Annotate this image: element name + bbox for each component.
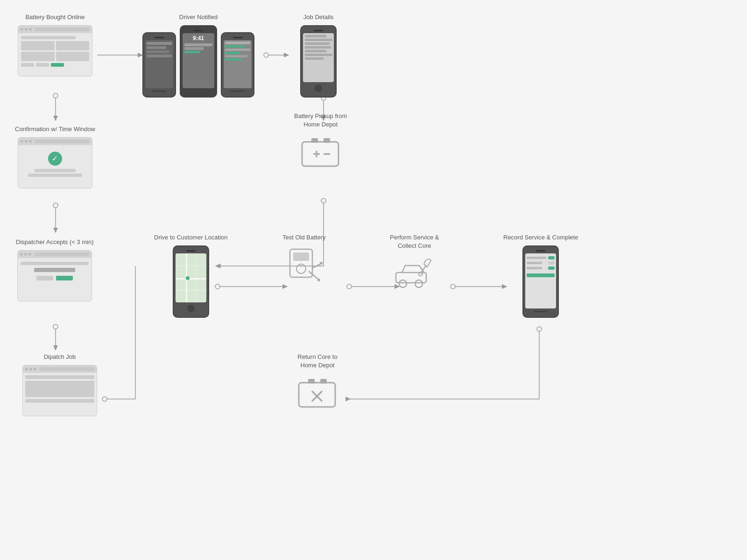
- phones-group: 9:41: [142, 25, 254, 98]
- svg-point-2: [53, 93, 58, 98]
- svg-rect-28: [302, 142, 338, 166]
- phone-drive: [173, 245, 209, 318]
- svg-rect-30: [324, 138, 330, 143]
- svg-point-41: [320, 262, 323, 265]
- browser-dot: [20, 253, 23, 256]
- node-record-label: Record Service & Complete: [503, 233, 578, 242]
- node-test-label: Test Old Battery: [282, 233, 325, 242]
- browser-row: [35, 169, 76, 172]
- browser-cell: [56, 52, 90, 61]
- svg-point-6: [53, 324, 58, 329]
- browser-dot: [29, 140, 32, 143]
- browser-grid: [21, 41, 89, 61]
- phone-driver-3: [221, 32, 254, 98]
- phone-speaker: [194, 30, 203, 31]
- svg-point-22: [537, 327, 542, 331]
- node-driver-label: Driver Notified: [179, 13, 218, 21]
- browser-cell: [21, 52, 55, 61]
- dispatcher-buttons: [21, 276, 89, 280]
- browser-dot: [29, 28, 32, 31]
- phone-screen: [303, 33, 334, 82]
- svg-line-38: [309, 271, 318, 279]
- browser-dispatcher: [17, 250, 92, 301]
- node-dispatch-job: Dipatch Job: [22, 353, 97, 416]
- browser-dot: [21, 28, 23, 31]
- arrows-svg: [0, 0, 747, 560]
- phone-driver-2: 9:41: [180, 25, 217, 98]
- svg-line-40: [312, 264, 320, 268]
- phone-home-btn: [187, 305, 195, 312]
- dispatch-row: [25, 399, 94, 403]
- phone-home-bar: [231, 91, 245, 92]
- node-battery-pickup-label: Battery Pickup from Home Depot: [294, 112, 347, 129]
- phone-home-bar: [191, 91, 205, 92]
- phone-home-btn: [315, 84, 322, 92]
- browser-row: [28, 174, 83, 177]
- browser-dot: [25, 140, 28, 143]
- phone-screen: [525, 253, 556, 308]
- browser-addressbar: [35, 140, 90, 143]
- node-perform-service: Perform Service &Collect Core: [390, 233, 439, 294]
- svg-point-43: [399, 280, 407, 287]
- phone-home-bar: [152, 91, 166, 92]
- node-battery-bought-online: Battery Bought Online: [18, 13, 92, 77]
- phone-driver-1: [142, 32, 176, 98]
- browser-titlebar: [18, 138, 92, 145]
- node-return-core: Return Core toHome Depot: [296, 353, 338, 409]
- svg-rect-29: [311, 138, 318, 143]
- browser-body: [18, 33, 92, 70]
- phone-screen: [176, 253, 206, 302]
- node-job-label: Job Details: [303, 13, 333, 21]
- node-dispatcher-accepts: Dispatcher Accepts (< 3 min): [16, 238, 94, 301]
- svg-point-9: [264, 53, 268, 57]
- browser-btn-green: [51, 63, 64, 67]
- browser-titlebar: [18, 26, 92, 33]
- record-row: [525, 255, 556, 260]
- svg-point-39: [317, 279, 320, 281]
- browser-check: ✓: [21, 148, 89, 169]
- browser-dot: [25, 368, 28, 371]
- service-car-icon: [394, 254, 436, 294]
- disp-btn-green: [56, 276, 73, 280]
- browser-body: [23, 373, 97, 407]
- multimeter-icon: [283, 245, 325, 285]
- svg-point-4: [53, 203, 58, 208]
- node-driver-notified: Driver Notified 9:41: [142, 13, 254, 98]
- node-drive-label: Drive to Customer Location: [154, 233, 228, 242]
- browser-titlebar: [18, 251, 92, 258]
- map-location-dot: [186, 276, 190, 280]
- browser-body: [18, 258, 92, 284]
- phone-screen: [224, 40, 252, 88]
- browser-dot: [28, 253, 31, 256]
- browser-buttons: [21, 63, 89, 67]
- phone-screen: 9:41: [183, 33, 214, 88]
- node-dispatch-label: Dipatch Job: [44, 353, 76, 361]
- browser-row: [21, 262, 89, 265]
- browser-titlebar: [23, 365, 97, 373]
- browser-addressbar: [39, 367, 94, 371]
- record-line: [527, 257, 546, 259]
- svg-rect-48: [308, 379, 315, 384]
- browser-btn: [21, 63, 34, 67]
- browser-row: [21, 36, 76, 39]
- browser-dot: [24, 253, 27, 256]
- svg-point-13: [321, 198, 326, 203]
- node-confirmation-label: Confirmation w/ Time Window: [15, 125, 95, 133]
- node-job-details: Job Details: [300, 13, 337, 98]
- svg-rect-47: [299, 383, 335, 407]
- phone-speaker: [233, 37, 242, 38]
- browser-dot: [25, 28, 28, 31]
- browser-addressbar: [35, 28, 90, 31]
- node-record-service: Record Service & Complete: [503, 233, 578, 318]
- browser-battery-bought: [18, 25, 92, 77]
- svg-point-25: [102, 397, 107, 401]
- phone-speaker: [536, 250, 545, 252]
- node-test-battery: Test Old Battery: [282, 233, 325, 285]
- browser-dot: [29, 368, 32, 371]
- dispatch-row: [25, 375, 94, 379]
- phone-screen: [145, 40, 173, 88]
- browser-btn: [36, 63, 49, 67]
- svg-point-44: [415, 280, 423, 287]
- phone-time: 9:41: [183, 33, 214, 42]
- dispatch-half: [25, 381, 94, 397]
